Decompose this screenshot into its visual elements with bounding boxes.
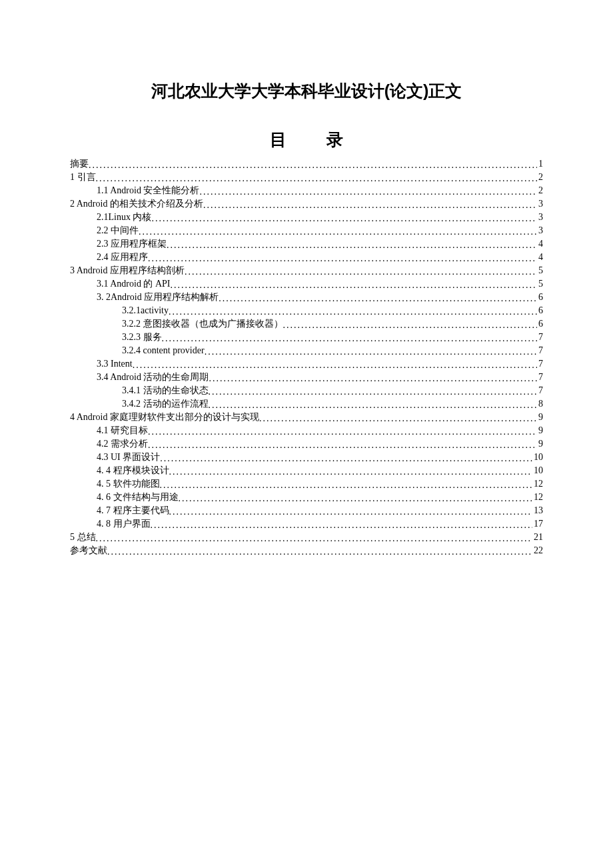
toc-entry-page: 21 [532, 531, 543, 544]
toc-entry: 4.1 研究目标9 [70, 424, 543, 437]
toc-entry-label: 3.2.2 意图接收器（也成为广播接收器） [70, 317, 283, 331]
toc-leader-dots [259, 412, 537, 424]
toc-entry-page: 12 [532, 477, 543, 491]
toc-leader-dots [219, 292, 537, 304]
toc-entry-label: 2.2 中间件 [70, 224, 139, 237]
toc-leader-dots [151, 212, 537, 224]
toc-leader-dots [167, 239, 537, 251]
toc-entry-label: 4.2 需求分析 [70, 437, 148, 451]
toc-leader-dots [209, 372, 537, 384]
toc-entry: 4 Android 家庭理财软件支出部分的设计与实现 9 [70, 411, 543, 424]
toc-entry-page: 7 [537, 331, 543, 344]
toc-entry: 2 Android 的相关技术介绍及分析 3 [70, 197, 543, 211]
toc-entry: 3.4.1 活动的生命状态7 [70, 384, 543, 397]
toc-entry-page: 6 [537, 291, 543, 304]
toc-entry-page: 10 [532, 464, 543, 477]
toc-entry-page: 2 [537, 184, 543, 197]
toc-entry-label: 4.3 UI 界面设计 [70, 451, 160, 464]
toc-leader-dots [169, 505, 533, 517]
toc-entry: 2.2 中间件3 [70, 224, 543, 237]
toc-entry-label: 1.1 Android 安全性能分析 [70, 184, 199, 197]
toc-entry-label: 2.4 应用程序 [70, 251, 148, 264]
toc-entry: 3.2.3 服务7 [70, 331, 543, 344]
toc-entry-page: 12 [532, 491, 543, 504]
toc-leader-dots [151, 519, 533, 531]
toc-entry: 3.4 Android 活动的生命周期 7 [70, 371, 543, 384]
toc-leader-dots [179, 492, 533, 504]
toc-entry-label: 2.3 应用程序框架 [70, 237, 167, 251]
toc-entry-label: 2 Android 的相关技术介绍及分析 [70, 197, 203, 211]
toc-entry-page: 7 [537, 357, 543, 371]
toc-leader-dots [170, 279, 537, 291]
toc-entry-page: 7 [537, 371, 543, 384]
toc-entry-page: 6 [537, 304, 543, 317]
toc-entry: 4. 7 程序主要代码13 [70, 504, 543, 517]
toc-leader-dots [162, 332, 538, 344]
toc-entry-page: 4 [537, 237, 543, 251]
toc-leader-dots [160, 452, 532, 464]
toc-entry-label: 3.2.3 服务 [70, 331, 162, 344]
toc-entry-page: 3 [537, 224, 543, 237]
table-of-contents: 摘要11 引言21.1 Android 安全性能分析 22 Android 的相… [70, 157, 543, 557]
toc-heading-left: 目 [270, 130, 287, 149]
toc-entry-label: 3.2.1activity [70, 304, 169, 317]
toc-entry: 参考文献22 [70, 544, 543, 557]
toc-entry-label: 3 Android 应用程序结构剖析 [70, 264, 185, 277]
toc-entry: 1.1 Android 安全性能分析 2 [70, 184, 543, 197]
toc-entry-label: 摘要 [70, 157, 89, 171]
toc-entry: 3. 2Android 应用程序结构解析6 [70, 291, 543, 304]
toc-entry-label: 3.3 Intent [70, 357, 133, 371]
toc-leader-dots [185, 265, 537, 277]
toc-entry-label: 3.4.2 活动的运作流程 [70, 397, 209, 411]
toc-leader-dots [96, 532, 533, 544]
toc-entry: 3 Android 应用程序结构剖析 5 [70, 264, 543, 277]
toc-entry-page: 9 [537, 437, 543, 451]
toc-leader-dots [169, 465, 533, 477]
toc-entry-label: 3.4 Android 活动的生命周期 [70, 371, 209, 384]
toc-leader-dots [89, 159, 537, 171]
toc-leader-dots [199, 185, 537, 197]
toc-leader-dots [148, 439, 537, 451]
toc-entry-label: 4. 4 程序模块设计 [70, 464, 169, 477]
toc-entry: 3.2.1activity6 [70, 304, 543, 317]
toc-entry-page: 13 [532, 504, 543, 517]
toc-entry-page: 9 [537, 424, 543, 437]
toc-entry: 5 总结21 [70, 531, 543, 544]
toc-entry-page: 6 [537, 317, 543, 331]
toc-entry: 1 引言2 [70, 171, 543, 184]
toc-entry-label: 2.1Linux 内核 [70, 211, 151, 224]
toc-entry-page: 9 [537, 411, 543, 424]
toc-entry: 3.4.2 活动的运作流程8 [70, 397, 543, 411]
toc-entry-page: 5 [537, 277, 543, 291]
toc-entry-page: 3 [537, 197, 543, 211]
toc-entry: 2.4 应用程序4 [70, 251, 543, 264]
toc-entry-page: 7 [537, 344, 543, 357]
toc-entry-label: 3.1 Android 的 API [70, 277, 170, 291]
toc-entry-label: 4. 7 程序主要代码 [70, 504, 169, 517]
toc-leader-dots [160, 479, 533, 491]
toc-leader-dots [139, 225, 537, 237]
toc-entry: 4.3 UI 界面设计 10 [70, 451, 543, 464]
toc-entry: 4. 5 软件功能图12 [70, 477, 543, 491]
toc-heading: 目录 [70, 129, 543, 151]
toc-entry-label: 4. 8 用户界面 [70, 517, 151, 531]
toc-leader-dots [205, 345, 537, 357]
toc-entry-page: 17 [532, 517, 543, 531]
toc-entry: 2.1Linux 内核3 [70, 211, 543, 224]
toc-entry: 3.2.4 content provider7 [70, 344, 543, 357]
toc-entry-page: 10 [532, 451, 543, 464]
toc-leader-dots [209, 385, 538, 397]
toc-entry: 4. 8 用户界面17 [70, 517, 543, 531]
toc-entry-page: 2 [537, 171, 543, 184]
toc-entry: 2.3 应用程序框架4 [70, 237, 543, 251]
toc-entry-label: 5 总结 [70, 531, 96, 544]
toc-entry-page: 22 [532, 544, 543, 557]
document-page: 河北农业大学大学本科毕业设计(论文)正文 目录 摘要11 引言21.1 Andr… [0, 0, 613, 868]
toc-leader-dots [96, 172, 538, 184]
toc-entry-page: 8 [537, 397, 543, 411]
toc-leader-dots [133, 359, 537, 371]
toc-entry: 3.1 Android 的 API5 [70, 277, 543, 291]
toc-entry: 3.3 Intent 7 [70, 357, 543, 371]
toc-entry-label: 4 Android 家庭理财软件支出部分的设计与实现 [70, 411, 259, 424]
toc-leader-dots [148, 425, 537, 437]
